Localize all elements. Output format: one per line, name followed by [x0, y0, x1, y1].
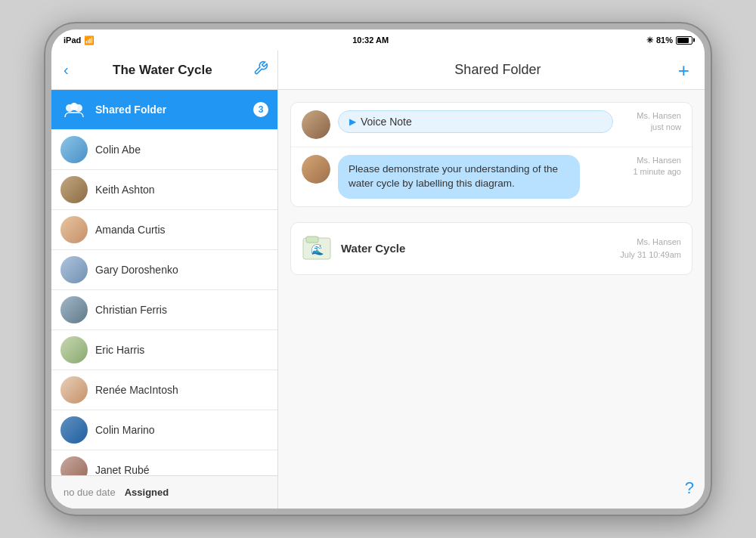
text-message-bubble: Please demonstrate your understanding of…: [338, 155, 580, 199]
avatar-janet-rube: [60, 456, 88, 475]
sidebar-header: ‹ The Water Cycle: [51, 51, 277, 90]
voice-note-label: Voice Note: [361, 116, 412, 128]
status-right: ✳ 81%: [646, 36, 692, 45]
sidebar: ‹ The Water Cycle: [51, 51, 278, 509]
student-name: Eric Harris: [95, 344, 268, 356]
sidebar-item-renee-macintosh[interactable]: Renée MacIntosh: [51, 370, 277, 410]
ms-hansen-avatar-img: [302, 110, 330, 139]
avatar-gary-doroshenko: [60, 256, 88, 283]
avatar-christian-ferris: [60, 296, 88, 323]
voice-note-row: ▶ Voice Note Ms. Hansen just now: [291, 103, 692, 147]
avatar-amanda-curtis: [60, 216, 88, 243]
assigned-label: Assigned: [125, 487, 169, 498]
right-panel: Shared Folder + ▶: [278, 51, 705, 509]
avatar-colin-abe: [60, 136, 88, 163]
student-name: Gary Doroshenko: [95, 264, 268, 276]
battery-label: 81%: [656, 36, 673, 45]
sleep-wake-button[interactable]: [706, 259, 711, 283]
file-item-water-cycle[interactable]: 🌊 Water Cycle Ms. Hansen July 31 10:49am: [290, 222, 692, 275]
right-header: Shared Folder +: [278, 51, 705, 90]
student-name: Christian Ferris: [95, 304, 268, 316]
student-name: Amanda Curtis: [95, 224, 268, 236]
sidebar-item-colin-abe[interactable]: Colin Abe: [51, 130, 277, 170]
shared-folder-badge: 3: [253, 102, 268, 117]
voice-note-meta: Ms. Hansen just now: [621, 110, 681, 134]
sidebar-item-christian-ferris[interactable]: Christian Ferris: [51, 290, 277, 330]
sidebar-item-eric-harris[interactable]: Eric Harris: [51, 330, 277, 370]
status-time: 10:32 AM: [352, 36, 389, 45]
avatar-eric-harris: [60, 336, 88, 363]
sender-name: Ms. Hansen: [621, 110, 681, 122]
text-message-row: Please demonstrate your understanding of…: [291, 147, 692, 206]
status-left: iPad 📶: [64, 36, 94, 45]
carrier-label: iPad: [64, 36, 81, 45]
help-button[interactable]: ?: [685, 478, 694, 498]
student-name: Keith Ashton: [95, 184, 268, 196]
sidebar-item-keith-ashton[interactable]: Keith Ashton: [51, 170, 277, 210]
ms-hansen-avatar-2: [302, 155, 330, 184]
sidebar-item-amanda-curtis[interactable]: Amanda Curtis: [51, 210, 277, 250]
settings-icon[interactable]: [253, 60, 268, 79]
sidebar-item-gary-doroshenko[interactable]: Gary Doroshenko: [51, 250, 277, 290]
student-name: Janet Rubé: [95, 464, 268, 475]
ms-hansen-avatar-img-2: [302, 155, 330, 184]
battery-fill: [677, 38, 689, 43]
bluetooth-icon: ✳: [646, 36, 653, 45]
message-time: just now: [621, 122, 681, 133]
back-button[interactable]: ‹: [60, 58, 72, 82]
sidebar-title: The Water Cycle: [78, 63, 247, 78]
svg-point-2: [70, 103, 78, 110]
status-bar: iPad 📶 10:32 AM ✳ 81%: [51, 29, 705, 51]
volume-button[interactable]: [45, 259, 47, 273]
file-date: July 31 10:49am: [620, 249, 681, 261]
wifi-icon: 📶: [84, 36, 94, 45]
file-sender: Ms. Hansen: [620, 236, 681, 249]
message-time-2: 1 minute ago: [621, 166, 681, 178]
sender-name-2: Ms. Hansen: [621, 155, 681, 166]
ipad-frame: iPad 📶 10:32 AM ✳ 81% ‹ The Water Cycle: [45, 23, 711, 515]
messages-container: ▶ Voice Note Ms. Hansen just now: [290, 102, 692, 207]
svg-rect-4: [306, 237, 318, 243]
sidebar-item-colin-marino[interactable]: Colin Marino: [51, 410, 277, 450]
student-name: Colin Marino: [95, 424, 268, 436]
main-content: ‹ The Water Cycle: [51, 51, 705, 509]
svg-text:🌊: 🌊: [311, 243, 324, 256]
voice-note-bubble[interactable]: ▶ Voice Note: [338, 110, 613, 133]
file-name-label: Water Cycle: [341, 242, 611, 255]
text-message-content: Please demonstrate your understanding of…: [338, 155, 613, 199]
file-icon: 🌊: [302, 233, 332, 264]
add-button[interactable]: +: [678, 60, 689, 80]
no-due-date-label: no due date: [64, 487, 116, 498]
sidebar-footer: no due date Assigned: [51, 475, 277, 509]
file-meta: Ms. Hansen July 31 10:49am: [620, 236, 681, 261]
student-name: Colin Abe: [95, 144, 268, 156]
sidebar-item-janet-rube[interactable]: Janet Rubé: [51, 450, 277, 475]
ms-hansen-avatar-1: [302, 110, 330, 139]
voice-note-content: ▶ Voice Note: [338, 110, 613, 133]
shared-folder-icon: [60, 96, 88, 123]
messages-area: ▶ Voice Note Ms. Hansen just now: [278, 90, 705, 509]
avatar-renee-macintosh: [60, 376, 88, 404]
avatar-colin-marino: [60, 416, 88, 444]
avatar-keith-ashton: [60, 176, 88, 203]
sidebar-item-shared-folder[interactable]: Shared Folder 3: [51, 90, 277, 130]
student-name: Renée MacIntosh: [95, 384, 268, 396]
shared-folder-label: Shared Folder: [95, 104, 246, 116]
right-panel-title: Shared Folder: [454, 62, 541, 78]
sidebar-list: Shared Folder 3 Colin Abe Keith Ashton: [51, 90, 277, 475]
play-icon: ▶: [349, 116, 356, 127]
text-message-meta: Ms. Hansen 1 minute ago: [621, 155, 681, 178]
battery-indicator: [676, 36, 692, 45]
